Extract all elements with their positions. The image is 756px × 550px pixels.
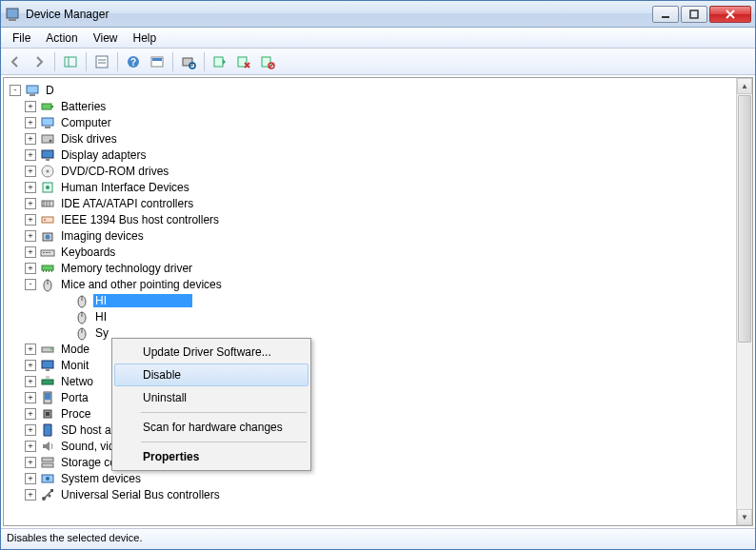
node-label[interactable]: System devices [59, 472, 143, 485]
action-button[interactable] [147, 51, 168, 72]
properties-button[interactable] [91, 51, 112, 72]
scroll-thumb[interactable] [738, 95, 751, 343]
uninstall-button[interactable] [233, 51, 254, 72]
node-label[interactable]: Disk drives [59, 132, 119, 146]
tree-category[interactable]: -Mice and other pointing devices [6, 276, 734, 292]
expander-icon[interactable]: + [25, 166, 36, 177]
node-label[interactable]: Display adapters [59, 148, 148, 162]
menubar: File Action View Help [1, 28, 755, 49]
tree-category[interactable]: +DVD/CD-ROM drives [6, 163, 734, 179]
node-label[interactable]: Monit [59, 359, 90, 372]
menu-view[interactable]: View [86, 29, 126, 47]
expander-icon[interactable]: + [25, 246, 36, 258]
context-menu-item[interactable]: Properties [114, 445, 308, 468]
node-label[interactable]: D [44, 84, 56, 97]
svg-rect-20 [27, 86, 38, 93]
expander-icon[interactable]: + [25, 392, 36, 403]
node-label[interactable]: Imaging devices [59, 229, 146, 243]
node-label[interactable]: DVD/CD-ROM drives [59, 165, 170, 178]
node-label[interactable]: Proce [59, 407, 92, 421]
tree-category[interactable]: +System devices [6, 470, 734, 486]
expander-icon[interactable]: + [25, 408, 36, 420]
tree-device[interactable]: HI [6, 292, 734, 308]
expander-icon[interactable]: + [25, 198, 36, 209]
tree-category[interactable]: +Memory technology driver [6, 260, 734, 276]
help-button[interactable]: ? [123, 51, 144, 72]
node-label[interactable]: HI [93, 294, 192, 307]
forward-button[interactable] [29, 51, 50, 72]
maximize-button[interactable] [681, 6, 707, 23]
node-label[interactable]: IDE ATA/ATAPI controllers [59, 197, 195, 210]
tree-category[interactable]: +IDE ATA/ATAPI controllers [6, 195, 734, 211]
expander-icon[interactable]: + [25, 424, 36, 436]
expander-icon[interactable]: + [25, 473, 36, 484]
scan-hardware-button[interactable] [178, 51, 199, 72]
svg-rect-70 [42, 463, 53, 467]
update-driver-button[interactable] [209, 51, 230, 72]
expander-icon[interactable]: + [25, 457, 36, 468]
expander-icon[interactable]: + [25, 263, 36, 274]
expander-icon[interactable]: - [25, 279, 36, 290]
expander-icon[interactable]: + [25, 101, 36, 112]
toolbar-separator [86, 52, 87, 71]
context-menu-item[interactable]: Uninstall [114, 386, 308, 409]
device-manager-window: Device Manager File Action View Help ? -… [0, 0, 756, 550]
titlebar[interactable]: Device Manager [1, 1, 755, 28]
show-hide-tree-button[interactable] [60, 51, 81, 72]
disable-button[interactable] [257, 51, 278, 72]
context-menu-item[interactable]: Scan for hardware changes [114, 416, 308, 439]
tree-category[interactable]: +Human Interface Devices [6, 179, 734, 195]
tree-category[interactable]: +Computer [6, 114, 734, 130]
toolbar-separator [54, 52, 55, 71]
scrollbar[interactable]: ▲ ▼ [736, 78, 752, 525]
node-label[interactable]: Netwo [59, 375, 95, 388]
node-label[interactable]: Mode [59, 343, 91, 356]
expander-icon[interactable]: + [25, 214, 36, 226]
back-button[interactable] [5, 51, 26, 72]
content-area: -D+Batteries+Computer+Disk drives+Displa… [3, 77, 753, 526]
context-menu-item[interactable]: Disable [114, 363, 308, 386]
close-button[interactable] [709, 6, 751, 23]
node-label[interactable]: Sy [93, 326, 110, 340]
node-label[interactable]: HI [93, 310, 109, 324]
system-icon [40, 471, 55, 486]
expander-icon[interactable]: + [25, 133, 36, 145]
expander-icon[interactable]: + [25, 441, 36, 452]
node-label[interactable]: Porta [59, 391, 90, 404]
node-label[interactable]: Universal Serial Bus controllers [59, 488, 222, 501]
tree-root[interactable]: -D [6, 82, 734, 98]
tree-category[interactable]: +Batteries [6, 98, 734, 114]
expander-icon[interactable]: + [25, 230, 36, 242]
expander-icon[interactable]: + [25, 344, 36, 355]
tree-device[interactable]: HI [6, 308, 734, 324]
menu-action[interactable]: Action [38, 29, 85, 47]
node-label[interactable]: Memory technology driver [59, 262, 194, 275]
menu-help[interactable]: Help [126, 29, 165, 47]
svg-point-75 [49, 494, 51, 497]
node-label[interactable]: Batteries [59, 100, 108, 113]
tree-category[interactable]: +Keyboards [6, 244, 734, 260]
expander-icon[interactable]: + [25, 376, 36, 387]
node-label[interactable]: Keyboards [59, 246, 117, 259]
expander-icon[interactable]: + [25, 117, 36, 128]
menu-file[interactable]: File [5, 29, 38, 47]
tree-category[interactable]: +Imaging devices [6, 227, 734, 244]
node-label[interactable]: Human Interface Devices [59, 181, 191, 194]
expander-icon[interactable]: + [25, 360, 36, 371]
expander-icon[interactable]: + [25, 182, 36, 193]
node-label[interactable]: IEEE 1394 Bus host controllers [59, 213, 221, 226]
expander-icon[interactable]: + [25, 489, 36, 501]
tree-category[interactable]: +IEEE 1394 Bus host controllers [6, 211, 734, 227]
tree-category[interactable]: +Disk drives [6, 130, 734, 147]
tree-category[interactable]: +Display adapters [6, 147, 734, 163]
scroll-up-arrow[interactable]: ▲ [737, 78, 752, 94]
minimize-button[interactable] [652, 6, 679, 23]
node-label[interactable]: Mice and other pointing devices [59, 278, 224, 291]
expander-icon[interactable]: + [25, 149, 36, 161]
context-menu-item[interactable]: Update Driver Software... [114, 341, 308, 363]
toolbar-separator [204, 52, 205, 71]
scroll-down-arrow[interactable]: ▼ [737, 509, 752, 525]
tree-category[interactable]: +Universal Serial Bus controllers [6, 486, 734, 502]
node-label[interactable]: Computer [59, 116, 113, 129]
expander-icon[interactable]: - [10, 85, 21, 96]
